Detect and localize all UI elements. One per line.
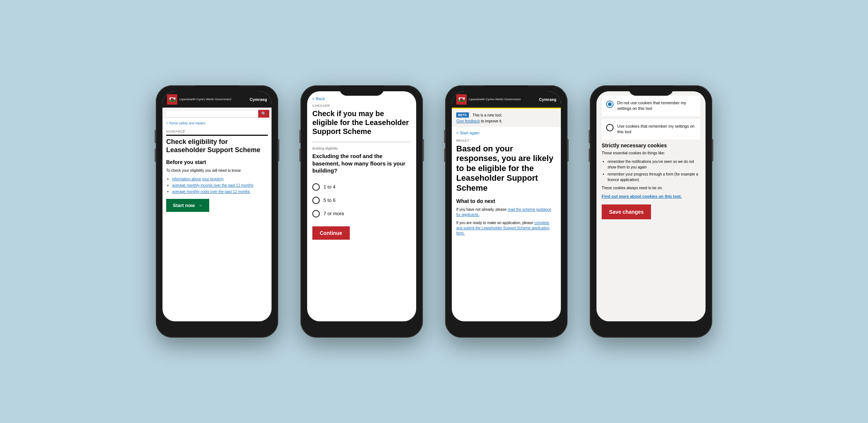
result-title: Based on your responses, you are likely … <box>452 144 561 193</box>
gov-text-3: Llywodraeth Cymru Welsh Government <box>469 98 520 101</box>
before-start-heading: Before you start <box>166 159 268 165</box>
continue-button[interactable]: Continue <box>312 226 350 240</box>
cookie-radio-label-2: Use cookies that remember my settings on… <box>617 124 696 135</box>
phone-side-btn-2 <box>589 148 590 162</box>
guidance-label: GUIDANCE <box>166 129 268 133</box>
search-input[interactable] <box>165 110 258 118</box>
feedback-link[interactable]: Give feedback <box>456 119 480 123</box>
phone-3-content: RESULT Based on your responses, you are … <box>452 139 561 321</box>
cookie-radio-circle-2 <box>606 124 614 131</box>
feedback-rest-text: to improve it. <box>481 119 502 123</box>
phone-3-device: 🏴󠁧󠁢󠁷󠁬󠁳󠁿 Llywodraeth Cymru Welsh Governme… <box>445 85 568 338</box>
cookie-always-text: These cookies always need to be on. <box>602 186 700 191</box>
start-again-link[interactable]: Start again <box>452 127 561 139</box>
radio-circle-2 <box>312 197 320 204</box>
list-link[interactable]: average monthly income over the past 12 … <box>172 183 253 187</box>
dragon-icon-3: 🏴󠁧󠁢󠁷󠁬󠁳󠁿 <box>456 94 467 105</box>
radio-circle-1 <box>312 183 320 191</box>
phone-side-btn-2 <box>155 148 156 162</box>
gov-text: Llywodraeth Cymru Welsh Government <box>180 98 231 101</box>
cookie-content: Do not use cookies that remember my sett… <box>596 91 706 321</box>
strictly-cookies-heading: Strictly necessary cookies <box>602 142 700 148</box>
welsh-gov-logo: 🏴󠁧󠁢󠁷󠁬󠁳󠁿 Llywodraeth Cymru Welsh Governme… <box>167 94 231 105</box>
back-link[interactable]: Back <box>307 91 416 104</box>
phone-1-screen: 🏴󠁧󠁢󠁷󠁬󠁳󠁿 Llywodraeth Cymru Welsh Governme… <box>162 91 272 321</box>
phone-right-btn <box>423 139 424 161</box>
phone-2: Back CHECKER Check if you may be eligibl… <box>300 85 423 338</box>
phone-1-content: GUIDANCE Check eligibility for Leasehold… <box>162 127 272 321</box>
beta-text: This is a new tool. <box>473 113 502 117</box>
start-btn-label: Start now <box>173 203 195 208</box>
radio-option-2[interactable]: 5 to 6 <box>307 194 416 207</box>
phone-1-header: 🏴󠁧󠁢󠁷󠁬󠁳󠁿 Llywodraeth Cymru Welsh Governme… <box>162 91 272 108</box>
phone-side-btn <box>155 130 156 143</box>
phone-2-device: Back CHECKER Check if you may be eligibl… <box>300 85 423 338</box>
question-text: Excluding the roof and the basement, how… <box>307 153 416 174</box>
result-body-2: If you are ready to make an application,… <box>452 220 561 236</box>
phone-side-btn <box>444 130 445 143</box>
search-bar: 🔍 <box>165 110 269 118</box>
phone-2-screen: Back CHECKER Check if you may be eligibl… <box>307 91 416 321</box>
phone-1: 🏴󠁧󠁢󠁷󠁬󠁳󠁿 Llywodraeth Cymru Welsh Governme… <box>156 85 278 338</box>
body-text-2: If you are ready to make an application,… <box>456 221 533 225</box>
radio-circle-3 <box>312 210 320 217</box>
what-next-heading: What to do next <box>452 198 561 204</box>
cymraeg-button[interactable]: Cymraeg <box>250 97 267 102</box>
cookie-body-intro: These essential cookies do things like: <box>602 151 700 156</box>
save-changes-button[interactable]: Save changes <box>602 204 651 219</box>
eligibility-list: information about your property average … <box>166 176 268 194</box>
checker-title: Check if you may be eligible for the Lea… <box>307 109 416 136</box>
phone-3-screen: 🏴󠁧󠁢󠁷󠁬󠁳󠁿 Llywodraeth Cymru Welsh Governme… <box>452 91 561 321</box>
list-link[interactable]: average monthly costs over the past 12 m… <box>172 190 250 194</box>
checker-label: CHECKER <box>307 104 416 108</box>
phone-4: Do not use cookies that remember my sett… <box>590 85 712 338</box>
start-now-button[interactable]: Start now → <box>166 199 209 212</box>
radio-label-2: 5 to 6 <box>323 197 336 203</box>
phone-side-btn <box>299 130 300 143</box>
cookie-radio-label-1: Do not use cookies that remember my sett… <box>617 100 696 112</box>
cookie-bullet-1: remember the notifications you've seen s… <box>608 159 700 170</box>
cookie-bullet-2: remember your progress through a form (f… <box>608 171 700 183</box>
phone-right-btn <box>568 139 569 161</box>
phone-4-screen: Do not use cookies that remember my sett… <box>596 91 706 321</box>
cookie-radio-circle-1 <box>606 101 614 108</box>
phone-right-btn <box>712 139 713 161</box>
feedback-row: Give feedback to improve it. <box>456 119 556 123</box>
phone-3: 🏴󠁧󠁢󠁷󠁬󠁳󠁿 Llywodraeth Cymru Welsh Governme… <box>445 85 568 338</box>
intro-body: To check your eligibility you will need … <box>166 168 268 173</box>
radio-option-3[interactable]: 7 or more <box>307 207 416 220</box>
dragon-icon: 🏴󠁧󠁢󠁷󠁬󠁳󠁿 <box>167 94 177 105</box>
welsh-gov-logo-3: 🏴󠁧󠁢󠁷󠁬󠁳󠁿 Llywodraeth Cymru Welsh Governme… <box>456 94 520 105</box>
result-body-1: If you have not already, please read the… <box>452 207 561 217</box>
search-button[interactable]: 🔍 <box>258 110 269 118</box>
find-out-more-link[interactable]: Find out more about cookies on this tool… <box>602 194 700 199</box>
cookie-bullets-list: remember the notifications you've seen s… <box>602 159 700 183</box>
list-item: average monthly income over the past 12 … <box>172 183 268 188</box>
phone-right-btn <box>278 139 279 161</box>
phone-3-header: 🏴󠁧󠁢󠁷󠁬󠁳󠁿 Llywodraeth Cymru Welsh Governme… <box>452 91 561 108</box>
radio-option-1[interactable]: 1 to 4 <box>307 180 416 194</box>
start-btn-arrow: → <box>198 203 203 208</box>
result-label: RESULT <box>452 139 561 142</box>
beta-row: BETA This is a new tool. <box>456 112 556 118</box>
phone-side-btn-2 <box>444 148 445 162</box>
beta-tag: BETA <box>456 112 469 118</box>
body-text-1: If you have not already, please <box>456 207 506 212</box>
cymraeg-button-3[interactable]: Cymraeg <box>539 97 556 102</box>
radio-label-3: 7 or more <box>323 211 344 216</box>
list-item: average monthly costs over the past 12 m… <box>172 189 268 194</box>
list-link[interactable]: information about your property <box>172 177 224 181</box>
phone-4-device: Do not use cookies that remember my sett… <box>590 85 712 338</box>
phone-1-device: 🏴󠁧󠁢󠁷󠁬󠁳󠁿 Llywodraeth Cymru Welsh Governme… <box>156 85 278 338</box>
radio-label-1: 1 to 4 <box>323 184 336 190</box>
divider <box>312 142 411 142</box>
cookie-radio-2[interactable]: Use cookies that remember my settings on… <box>602 119 700 140</box>
beta-banner: BETA This is a new tool. Give feedback t… <box>452 108 561 127</box>
phone-side-btn <box>589 130 590 143</box>
cookie-radio-1[interactable]: Do not use cookies that remember my sett… <box>602 96 700 116</box>
phone-side-btn-2 <box>299 148 300 162</box>
section-label: Building eligibility <box>307 147 416 150</box>
breadcrumb-link[interactable]: Home safety and repairs <box>162 120 272 127</box>
phone-1-inner: 🏴󠁧󠁢󠁷󠁬󠁳󠁿 Llywodraeth Cymru Welsh Governme… <box>162 91 272 321</box>
page-title: Check eligibility for Leaseholder Suppor… <box>166 135 268 154</box>
